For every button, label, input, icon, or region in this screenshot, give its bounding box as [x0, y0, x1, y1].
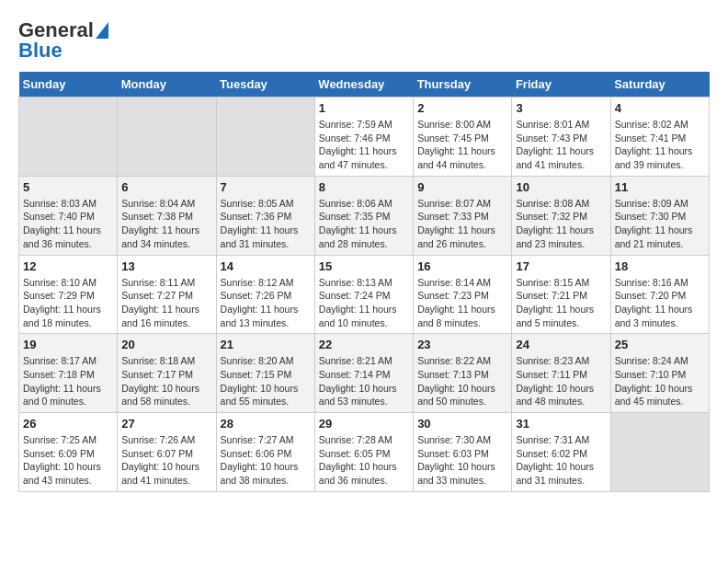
day-number: 20 [121, 338, 211, 351]
calendar-cell: 30Sunrise: 7:30 AM Sunset: 6:03 PM Dayli… [414, 413, 512, 492]
calendar-table: SundayMondayTuesdayWednesdayThursdayFrid… [18, 72, 710, 492]
day-info: Sunrise: 7:28 AM Sunset: 6:05 PM Dayligh… [319, 433, 409, 488]
calendar-cell [610, 413, 709, 492]
calendar-cell: 10Sunrise: 8:08 AM Sunset: 7:32 PM Dayli… [512, 176, 610, 255]
calendar-cell: 14Sunrise: 8:12 AM Sunset: 7:26 PM Dayli… [216, 255, 314, 334]
logo: General Blue [18, 18, 108, 63]
day-info: Sunrise: 7:25 AM Sunset: 6:09 PM Dayligh… [23, 433, 113, 488]
day-number: 28 [221, 417, 311, 431]
day-info: Sunrise: 8:15 AM Sunset: 7:21 PM Dayligh… [516, 276, 606, 330]
day-info: Sunrise: 8:18 AM Sunset: 7:17 PM Dayligh… [121, 354, 211, 408]
calendar-cell: 1Sunrise: 7:59 AM Sunset: 7:46 PM Daylig… [314, 98, 413, 177]
day-info: Sunrise: 7:26 AM Sunset: 6:07 PM Dayligh… [121, 433, 211, 488]
logo-blue-text: Blue [18, 39, 63, 63]
calendar-cell: 13Sunrise: 8:11 AM Sunset: 7:27 PM Dayli… [118, 255, 216, 334]
calendar-cell: 8Sunrise: 8:06 AM Sunset: 7:35 PM Daylig… [314, 176, 413, 255]
calendar-cell: 23Sunrise: 8:22 AM Sunset: 7:13 PM Dayli… [414, 334, 512, 413]
day-info: Sunrise: 8:13 AM Sunset: 7:24 PM Dayligh… [319, 276, 409, 330]
calendar-cell: 24Sunrise: 8:23 AM Sunset: 7:11 PM Dayli… [512, 334, 610, 413]
day-info: Sunrise: 8:17 AM Sunset: 7:18 PM Dayligh… [23, 354, 113, 408]
day-number: 29 [319, 417, 409, 431]
calendar-cell: 6Sunrise: 8:04 AM Sunset: 7:38 PM Daylig… [118, 176, 216, 255]
calendar-cell: 19Sunrise: 8:17 AM Sunset: 7:18 PM Dayli… [19, 334, 118, 413]
day-info: Sunrise: 8:16 AM Sunset: 7:20 PM Dayligh… [615, 276, 705, 330]
calendar-cell: 2Sunrise: 8:00 AM Sunset: 7:45 PM Daylig… [414, 98, 512, 177]
day-info: Sunrise: 8:00 AM Sunset: 7:45 PM Dayligh… [417, 118, 507, 172]
day-number: 2 [417, 101, 507, 115]
calendar-cell: 18Sunrise: 8:16 AM Sunset: 7:20 PM Dayli… [610, 255, 709, 334]
day-number: 10 [516, 180, 606, 194]
day-number: 7 [221, 180, 311, 194]
day-number: 3 [516, 101, 606, 115]
day-info: Sunrise: 8:23 AM Sunset: 7:11 PM Dayligh… [516, 354, 606, 408]
calendar-cell: 9Sunrise: 8:07 AM Sunset: 7:33 PM Daylig… [414, 176, 512, 255]
day-number: 25 [615, 338, 705, 351]
day-number: 15 [319, 259, 409, 273]
day-info: Sunrise: 8:22 AM Sunset: 7:13 PM Dayligh… [417, 354, 507, 408]
calendar-cell [19, 98, 118, 177]
day-info: Sunrise: 8:04 AM Sunset: 7:38 PM Dayligh… [121, 197, 211, 251]
calendar-cell: 17Sunrise: 8:15 AM Sunset: 7:21 PM Dayli… [512, 255, 610, 334]
day-info: Sunrise: 8:01 AM Sunset: 7:43 PM Dayligh… [516, 118, 606, 172]
day-number: 8 [319, 180, 409, 194]
day-info: Sunrise: 8:11 AM Sunset: 7:27 PM Dayligh… [121, 276, 211, 330]
day-info: Sunrise: 8:21 AM Sunset: 7:14 PM Dayligh… [319, 354, 409, 408]
day-number: 21 [221, 338, 311, 351]
calendar-cell: 16Sunrise: 8:14 AM Sunset: 7:23 PM Dayli… [414, 255, 512, 334]
day-number: 13 [121, 259, 211, 273]
day-info: Sunrise: 8:07 AM Sunset: 7:33 PM Dayligh… [417, 197, 507, 251]
weekday-header-friday: Friday [512, 72, 610, 98]
weekday-header-sunday: Sunday [19, 72, 118, 98]
day-number: 30 [417, 417, 507, 431]
day-number: 17 [516, 259, 606, 273]
calendar-cell: 20Sunrise: 8:18 AM Sunset: 7:17 PM Dayli… [118, 334, 216, 413]
calendar-cell: 22Sunrise: 8:21 AM Sunset: 7:14 PM Dayli… [314, 334, 413, 413]
day-info: Sunrise: 8:20 AM Sunset: 7:15 PM Dayligh… [221, 354, 311, 408]
calendar-cell: 4Sunrise: 8:02 AM Sunset: 7:41 PM Daylig… [610, 98, 709, 177]
calendar-cell: 25Sunrise: 8:24 AM Sunset: 7:10 PM Dayli… [610, 334, 709, 413]
weekday-header-monday: Monday [118, 72, 216, 98]
day-number: 5 [23, 180, 113, 194]
day-info: Sunrise: 7:30 AM Sunset: 6:03 PM Dayligh… [417, 433, 507, 488]
logo-triangle-icon [96, 22, 108, 39]
page-header: General Blue [18, 18, 710, 63]
weekday-header-saturday: Saturday [610, 72, 709, 98]
calendar-cell: 7Sunrise: 8:05 AM Sunset: 7:36 PM Daylig… [216, 176, 314, 255]
calendar-cell: 27Sunrise: 7:26 AM Sunset: 6:07 PM Dayli… [118, 413, 216, 492]
calendar-cell: 31Sunrise: 7:31 AM Sunset: 6:02 PM Dayli… [512, 413, 610, 492]
calendar-cell: 26Sunrise: 7:25 AM Sunset: 6:09 PM Dayli… [19, 413, 118, 492]
day-info: Sunrise: 8:05 AM Sunset: 7:36 PM Dayligh… [221, 197, 311, 251]
day-info: Sunrise: 8:14 AM Sunset: 7:23 PM Dayligh… [417, 276, 507, 330]
day-number: 1 [319, 101, 409, 115]
day-number: 6 [121, 180, 211, 194]
day-number: 9 [417, 180, 507, 194]
weekday-header-thursday: Thursday [414, 72, 512, 98]
calendar-cell: 29Sunrise: 7:28 AM Sunset: 6:05 PM Dayli… [314, 413, 413, 492]
day-number: 11 [615, 180, 705, 194]
calendar-cell: 12Sunrise: 8:10 AM Sunset: 7:29 PM Dayli… [19, 255, 118, 334]
day-info: Sunrise: 8:09 AM Sunset: 7:30 PM Dayligh… [615, 197, 705, 251]
day-number: 19 [23, 338, 113, 351]
day-number: 22 [319, 338, 409, 351]
day-number: 23 [417, 338, 507, 351]
calendar-cell: 11Sunrise: 8:09 AM Sunset: 7:30 PM Dayli… [610, 176, 709, 255]
weekday-header-wednesday: Wednesday [314, 72, 413, 98]
day-number: 26 [23, 417, 113, 431]
day-info: Sunrise: 8:02 AM Sunset: 7:41 PM Dayligh… [615, 118, 705, 172]
day-info: Sunrise: 7:27 AM Sunset: 6:06 PM Dayligh… [221, 433, 311, 488]
day-number: 24 [516, 338, 606, 351]
calendar-cell: 5Sunrise: 8:03 AM Sunset: 7:40 PM Daylig… [19, 176, 118, 255]
day-number: 12 [23, 259, 113, 273]
day-info: Sunrise: 8:12 AM Sunset: 7:26 PM Dayligh… [221, 276, 311, 330]
day-info: Sunrise: 7:31 AM Sunset: 6:02 PM Dayligh… [516, 433, 606, 488]
calendar-cell [216, 98, 314, 177]
day-info: Sunrise: 8:10 AM Sunset: 7:29 PM Dayligh… [23, 276, 113, 330]
day-number: 4 [615, 101, 705, 115]
day-number: 18 [615, 259, 705, 273]
day-number: 16 [417, 259, 507, 273]
calendar-cell: 28Sunrise: 7:27 AM Sunset: 6:06 PM Dayli… [216, 413, 314, 492]
calendar-cell [118, 98, 216, 177]
day-info: Sunrise: 8:08 AM Sunset: 7:32 PM Dayligh… [516, 197, 606, 251]
day-number: 31 [516, 417, 606, 431]
day-number: 14 [221, 259, 311, 273]
